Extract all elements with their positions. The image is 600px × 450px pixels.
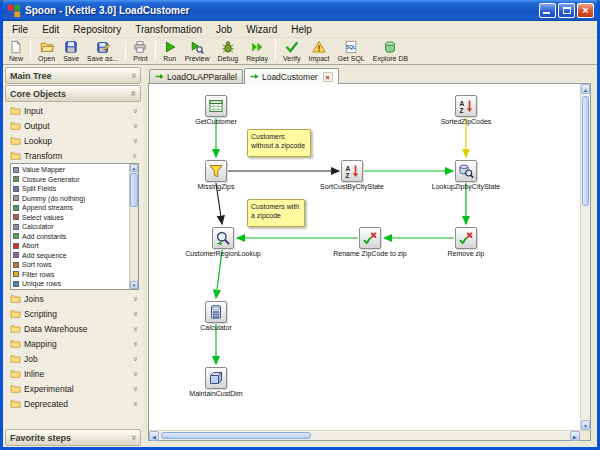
toolbar-button-get-sql[interactable]: SQLGet SQL [334,39,369,64]
step-item-abort[interactable]: Abort [13,241,129,251]
menu-repository[interactable]: Repository [66,23,128,36]
toolbar-button-open[interactable]: Open [34,39,59,64]
step-item-add-sequence[interactable]: Add sequence [13,251,129,261]
folder-joins[interactable]: Joins» [6,291,141,306]
scroll-right-button[interactable]: ▶ [570,431,580,441]
menu-transformation[interactable]: Transformation [128,23,209,36]
chevron-down-icon: » [129,435,138,440]
menu-file[interactable]: File [5,23,35,36]
menu-edit[interactable]: Edit [35,23,66,36]
sort-icon: AZ [455,95,477,117]
step-getcustomer[interactable]: GetCustomer [171,95,261,125]
section-core-objects[interactable]: Core Objects » [5,85,141,102]
maximize-button[interactable] [558,3,575,18]
minimize-button[interactable] [539,3,556,18]
step-customerregionlookup[interactable]: CustomerRegionLookup [178,227,268,257]
horizontal-scroll-track[interactable] [159,431,570,440]
folder-icon [10,353,21,364]
folder-label: Lookup [24,136,130,146]
step-maintaincustdim[interactable]: MaintainCustDim [171,367,261,397]
toolbar-label: Run [163,55,176,62]
menu-wizard[interactable]: Wizard [239,23,284,36]
tab-label: LoadCustomer [262,72,318,82]
filter-icon [205,160,227,182]
folder-transform[interactable]: Transform» [6,148,141,163]
toolbar-button-verify[interactable]: Verify [279,39,305,64]
folder-mapping[interactable]: Mapping» [6,336,141,351]
preview-icon [190,40,204,54]
folder-output[interactable]: Output» [6,118,141,133]
scroll-left-button[interactable]: ◀ [149,431,159,441]
toolbar-button-impact[interactable]: Impact [305,39,334,64]
tab-loadolapparallel[interactable]: LoadOLAPParallel [149,69,243,83]
transform-list-scrollbar[interactable]: ▲▼ [129,164,138,289]
step-sortedzipcodes[interactable]: AZSortedZipCodes [421,95,511,125]
step-item-select-values[interactable]: Select values [13,213,129,223]
chevron-up-icon: » [131,153,139,157]
folder-experimental[interactable]: Experimental» [6,381,141,396]
step-item-dummy-do-nothing[interactable]: Dummy (do nothing) [13,194,129,204]
vertical-scroll-thumb[interactable] [582,96,589,206]
step-item-sort-rows[interactable]: Sort rows [13,260,129,270]
vertical-scroll-track[interactable] [581,94,590,420]
toolbar-button-preview[interactable]: Preview [181,39,214,64]
folder-deprecated[interactable]: Deprecated» [6,396,141,411]
step-item-calculator[interactable]: Calculator [13,222,129,232]
folder-input[interactable]: Input» [6,103,141,118]
scroll-thumb[interactable] [130,173,138,207]
step-item-append-streams[interactable]: Append streams [13,203,129,213]
canvas-note[interactable]: Customers with a zipcode [247,199,305,227]
folder-scripting[interactable]: Scripting» [6,306,141,321]
horizontal-scroll-thumb[interactable] [161,432,311,439]
toolbar-label: Print [133,55,147,62]
menu-job[interactable]: Job [209,23,239,36]
folder-data-warehouse[interactable]: Data Warehouse» [6,321,141,336]
canvas-vertical-scrollbar[interactable]: ▲ ▼ [580,84,590,430]
step-item-closure-generator[interactable]: Closure Generator [13,175,129,185]
toolbar-button-new[interactable]: New [5,39,27,64]
step-item-unique-rows[interactable]: Unique rows [13,279,129,289]
step-sortcustbycitystate[interactable]: AZSortCustByCityState [307,160,397,190]
folder-inline[interactable]: Inline» [6,366,141,381]
step-item-value-mapper[interactable]: Value Mapper [13,165,129,175]
toolbar-button-save[interactable]: Save [59,39,83,64]
step-item-split-fields[interactable]: Split Fields [13,184,129,194]
close-button[interactable]: × [577,3,594,18]
menu-help[interactable]: Help [284,23,319,36]
step-item-filter-rows[interactable]: Filter rows [13,270,129,280]
folder-lookup[interactable]: Lookup» [6,133,141,148]
step-calculator[interactable]: Calculator [171,301,261,331]
transformation-canvas[interactable]: Customers without a zipcodeCustomers wit… [149,84,580,430]
folder-job[interactable]: Job» [6,351,141,366]
step-lookupzipbycitystate[interactable]: LookupZipbyCityState [421,160,511,190]
toolbar-button-print[interactable]: Print [129,39,151,64]
tab-close-icon[interactable]: × [323,72,333,82]
hop-line[interactable] [216,250,222,298]
step-remove-zip[interactable]: Remove zip [421,227,511,257]
scroll-down-button[interactable]: ▼ [130,281,138,289]
toolbar-button-replay[interactable]: Replay [242,39,272,64]
debug-icon [221,40,235,54]
toolbar-button-debug[interactable]: Debug [214,39,243,64]
toolbar-button-explore-db[interactable]: Explore DB [369,39,412,64]
step-item-add-constants[interactable]: Add constants [13,232,129,242]
canvas-horizontal-scrollbar[interactable]: ◀ ▶ [149,431,580,440]
chevron-up-icon: » [129,91,138,96]
section-favorite-steps[interactable]: Favorite steps » [5,429,141,446]
step-missingzips[interactable]: MissingZips [171,160,261,190]
scroll-up-button[interactable]: ▲ [130,164,138,172]
toolbar-button-save-as[interactable]: Save as... [83,39,122,64]
section-main-tree[interactable]: Main Tree » [5,67,141,84]
canvas-note[interactable]: Customers without a zipcode [247,129,311,157]
toolbar-button-run[interactable]: Run [159,39,181,64]
scroll-up-button[interactable]: ▲ [581,84,590,94]
title-bar[interactable]: Spoon - [Kettle 3.0] LoadCustomer × [3,0,597,21]
section-label: Main Tree [10,71,131,81]
scroll-track[interactable] [130,172,138,281]
step-rename-zipcode-to-zip[interactable]: Rename ZipCode to zip [325,227,415,257]
folder-icon [10,368,21,379]
scroll-down-button[interactable]: ▼ [581,420,590,430]
open-folder-icon [40,40,54,54]
split-fields-icon [13,186,19,192]
tab-loadcustomer[interactable]: LoadCustomer× [244,68,339,84]
